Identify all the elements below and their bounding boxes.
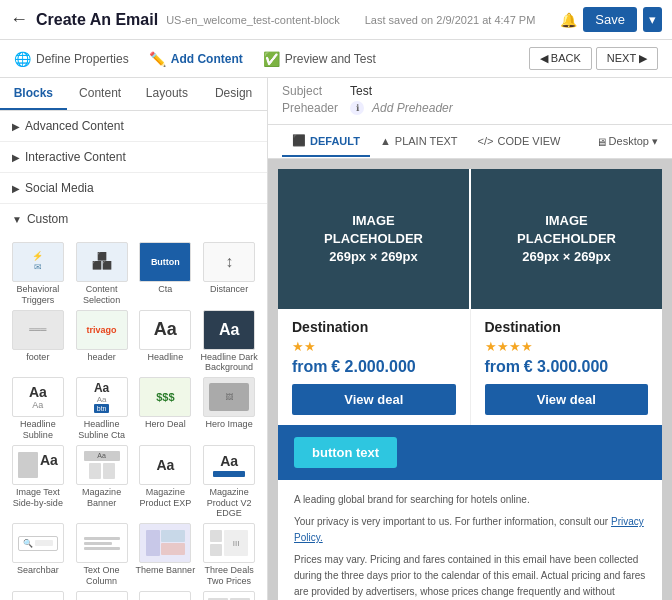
block-label-footer: footer <box>26 352 49 363</box>
block-magazine[interactable]: Aa Magazine Banner <box>72 445 132 519</box>
block-searchbar[interactable]: 🔍 Searchbar <box>8 523 68 587</box>
tab-content[interactable]: Content <box>67 78 134 110</box>
block-thumb-image-text: Aa <box>12 445 64 485</box>
block-irv-searchbar[interactable]: trivago 🔍 irv-searchbar-V2 EDGE <box>136 591 196 600</box>
block-content-selection[interactable]: ⬛⬛⬛ Content Selection <box>72 242 132 306</box>
block-magazine-exp[interactable]: Aa Magazine Product EXP <box>136 445 196 519</box>
desktop-toggle[interactable]: 🖥 Desktop ▾ <box>596 135 658 148</box>
block-label-headline: Headline <box>148 352 184 363</box>
preheader-info-icon[interactable]: ℹ <box>350 101 364 115</box>
image-placeholder-2: IMAGEPLACEHOLDER269px × 269px <box>517 212 616 267</box>
block-thumb-theme-banner <box>139 523 191 563</box>
preview-icon: ✅ <box>263 51 280 67</box>
bell-icon[interactable]: 🔔 <box>560 12 577 28</box>
next-button[interactable]: NEXT ▶ <box>596 47 658 70</box>
block-irv-logo[interactable]: trivago irv-logo-header-v2-STAGE <box>72 591 132 600</box>
tab-plain-text-label: PLAIN TEXT <box>395 135 458 147</box>
privacy-policy-link[interactable]: Privacy Policy. <box>294 516 644 543</box>
block-thumb-hero-image: 🖼 <box>203 377 255 417</box>
block-two-blog[interactable]: Two Blog Items <box>199 591 259 600</box>
card2-stars: ★★★★ <box>485 339 649 354</box>
block-headline-sub-cta[interactable]: Aa Aa btn Headline Subline Cta <box>72 377 132 441</box>
step-add-content[interactable]: ✏️ Add Content <box>149 51 243 67</box>
step-define-properties[interactable]: 🌐 Define Properties <box>14 51 129 67</box>
block-header[interactable]: trivago header <box>72 310 132 374</box>
block-theme-banner[interactable]: Theme Banner <box>136 523 196 587</box>
block-text-one[interactable]: Text One Column <box>72 523 132 587</box>
block-thumb-searchbar: 🔍 <box>12 523 64 563</box>
block-label-headline-sub: Headline Subline <box>8 419 68 441</box>
section-social: ▶ Social Media <box>0 173 267 204</box>
block-thumb-behavioral: ⚡✉ <box>12 242 64 282</box>
page-subtitle: US-en_welcome_test-content-block <box>166 14 340 26</box>
section-interactive-label: Interactive Content <box>25 150 126 164</box>
card1-view-deal-button[interactable]: View deal <box>292 384 456 415</box>
section-interactive-header[interactable]: ▶ Interactive Content <box>0 142 267 172</box>
tab-plain-text[interactable]: ▲ PLAIN TEXT <box>370 126 468 157</box>
card1-price-from: from <box>292 358 328 375</box>
block-label-three-deals: Three Deals Two Prices <box>199 565 259 587</box>
cta-button[interactable]: button text <box>294 437 397 468</box>
email-cards-row: Destination ★★ from € 2.000.000 View dea… <box>278 309 662 425</box>
block-irv-headline[interactable]: Aa Irv-headline-title-v2-EDGE <box>8 591 68 600</box>
save-dropdown-button[interactable]: ▾ <box>643 7 662 32</box>
top-bar-left: ← Create An Email US-en_welcome_test-con… <box>10 9 340 30</box>
tab-default-label: DEFAULT <box>310 135 360 147</box>
section-social-label: Social Media <box>25 181 94 195</box>
plain-text-icon: ▲ <box>380 135 391 147</box>
block-distancer[interactable]: ↕ Distancer <box>199 242 259 306</box>
block-hero-image[interactable]: 🖼 Hero Image <box>199 377 259 441</box>
subject-label: Subject <box>282 84 342 98</box>
email-footer: A leading global brand for searching for… <box>278 480 662 600</box>
email-img-block-2: IMAGEPLACEHOLDER269px × 269px <box>469 169 662 309</box>
tab-default[interactable]: ⬛ DEFAULT <box>282 126 370 157</box>
section-social-header[interactable]: ▶ Social Media <box>0 173 267 203</box>
step-navigation: ◀ BACK NEXT ▶ <box>529 47 658 70</box>
code-view-icon: </> <box>478 135 494 147</box>
block-label-hero-deal: Hero Deal <box>145 419 186 430</box>
tab-blocks[interactable]: Blocks <box>0 78 67 110</box>
save-button[interactable]: Save <box>583 7 637 32</box>
section-interactive: ▶ Interactive Content <box>0 142 267 173</box>
section-custom-label: Custom <box>27 212 68 226</box>
block-headline-sub[interactable]: Aa Aa Headline Subline <box>8 377 68 441</box>
block-thumb-irv-headline: Aa <box>12 591 64 600</box>
block-headline-dark[interactable]: Aa Headline Dark Background <box>199 310 259 374</box>
back-button[interactable]: ◀ BACK <box>529 47 592 70</box>
block-behavioral[interactable]: ⚡✉ Behavioral Triggers <box>8 242 68 306</box>
card2-price-value: € 3.000.000 <box>524 358 609 375</box>
block-image-text[interactable]: Aa Image Text Side-by-side <box>8 445 68 519</box>
block-thumb-content: ⬛⬛⬛ <box>76 242 128 282</box>
block-thumb-three-deals: III <box>203 523 255 563</box>
card1-price: from € 2.000.000 <box>292 358 456 376</box>
footer-line2: Your privacy is very important to us. Fo… <box>294 514 646 546</box>
chevron-right-icon: ▶ <box>12 121 20 132</box>
preheader-link[interactable]: Add Preheader <box>372 101 453 115</box>
block-cta[interactable]: Button Cta <box>136 242 196 306</box>
block-thumb-header: trivago <box>76 310 128 350</box>
block-magazine-v2[interactable]: Aa Magazine Product V2 EDGE <box>199 445 259 519</box>
card1-stars: ★★ <box>292 339 456 354</box>
step-preview-label: Preview and Test <box>285 52 376 66</box>
section-advanced-label: Advanced Content <box>25 119 124 133</box>
block-thumb-irv-logo: trivago <box>76 591 128 600</box>
step-preview-test[interactable]: ✅ Preview and Test <box>263 51 376 67</box>
block-hero-deal[interactable]: $$$ Hero Deal <box>136 377 196 441</box>
back-arrow-icon[interactable]: ← <box>10 9 28 30</box>
block-footer[interactable]: ═══ footer <box>8 310 68 374</box>
email-content: IMAGEPLACEHOLDER269px × 269px IMAGEPLACE… <box>278 169 662 600</box>
chevron-right-icon2: ▶ <box>12 152 20 163</box>
view-tab-group: ⬛ DEFAULT ▲ PLAIN TEXT </> CODE VIEW <box>282 126 570 157</box>
add-content-icon: ✏️ <box>149 51 166 67</box>
block-three-deals[interactable]: III Three Deals Two Prices <box>199 523 259 587</box>
card2-view-deal-button[interactable]: View deal <box>485 384 649 415</box>
block-thumb-distancer: ↕ <box>203 242 255 282</box>
section-advanced-header[interactable]: ▶ Advanced Content <box>0 111 267 141</box>
tab-layouts[interactable]: Layouts <box>134 78 201 110</box>
tab-design[interactable]: Design <box>200 78 267 110</box>
block-headline[interactable]: Aa Headline <box>136 310 196 374</box>
card2-title: Destination <box>485 319 649 335</box>
tab-code-view[interactable]: </> CODE VIEW <box>468 126 571 157</box>
block-label-text-one: Text One Column <box>72 565 132 587</box>
section-custom-header[interactable]: ▼ Custom <box>0 204 267 234</box>
